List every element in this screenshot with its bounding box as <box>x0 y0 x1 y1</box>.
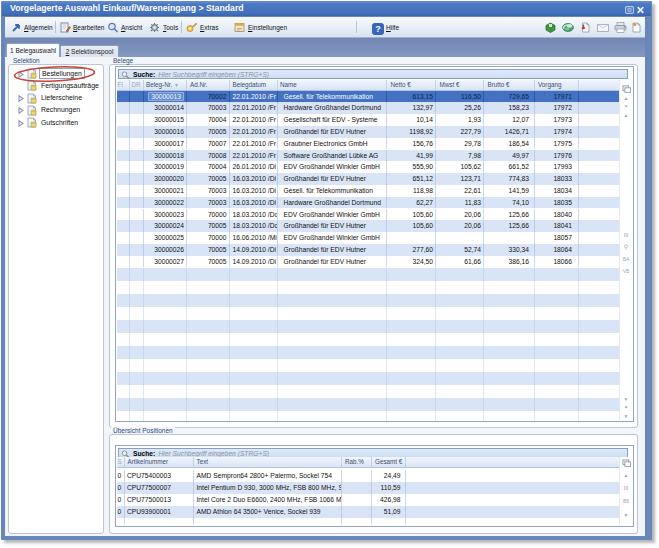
svg-text:?: ? <box>375 24 381 34</box>
